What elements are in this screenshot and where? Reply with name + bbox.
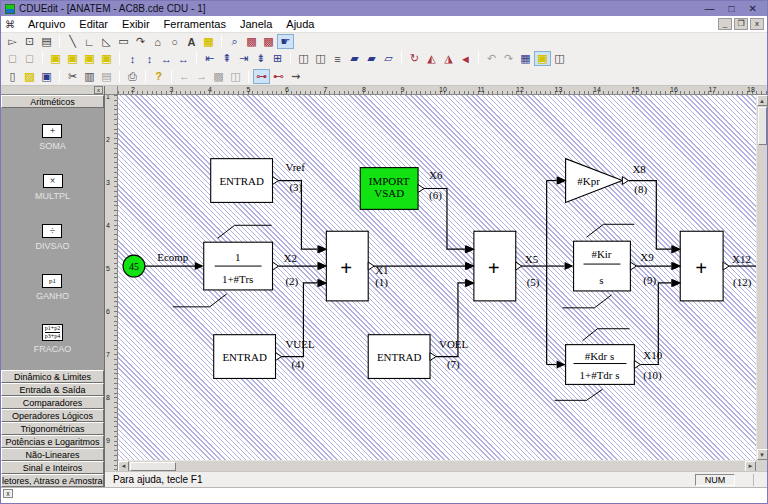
copy-icon[interactable]: ▥: [81, 69, 98, 84]
category-potencias-logaritmos[interactable]: Potências e Logaritmos: [1, 435, 104, 448]
align-disabled-icon-2[interactable]: ◻: [21, 51, 38, 66]
paste-icon[interactable]: ▤: [98, 69, 115, 84]
mdi-minimize-button[interactable]: _: [718, 18, 732, 30]
layer-flat-icon[interactable]: ▱: [380, 51, 397, 66]
menu-exibir[interactable]: Exibir: [115, 17, 157, 31]
center-horizontal-icon[interactable]: ↔: [158, 51, 175, 66]
arc-tool-icon[interactable]: ↷: [132, 34, 149, 49]
ellipse-tool-icon[interactable]: ○: [166, 34, 183, 49]
category-comparadores[interactable]: Comparadores: [1, 396, 104, 409]
import-vsad-block[interactable]: IMPORT VSAD: [360, 168, 424, 210]
scroll-down-icon[interactable]: ▼: [757, 449, 768, 460]
text-tool-icon[interactable]: A: [183, 34, 200, 49]
line-tool-icon[interactable]: ╲: [64, 34, 81, 49]
space-across-icon[interactable]: ↕: [124, 51, 141, 66]
menu-ferramentas[interactable]: Ferramentas: [157, 17, 233, 31]
palette-close-icon[interactable]: x: [94, 86, 103, 94]
cut-icon[interactable]: ✂: [64, 69, 81, 84]
vertical-scrollbar[interactable]: ▲ ▼: [756, 95, 767, 460]
dock-close-icon[interactable]: x: [3, 489, 13, 498]
horizontal-scrollbar[interactable]: ◄ ►: [118, 460, 756, 471]
diagram-canvas[interactable]: 45 Ecomp 1 1+#Trs X2: [118, 95, 756, 460]
menu-janela[interactable]: Janela: [233, 17, 279, 31]
disconnect-blocks-icon[interactable]: ⊷: [270, 69, 287, 84]
category-entrada-saida[interactable]: Entrada & Saída: [1, 383, 104, 396]
back-icon[interactable]: ←: [176, 69, 193, 84]
flip-horizontal-icon[interactable]: ◭: [423, 51, 440, 66]
gain-kpr-block[interactable]: #Kpr: [566, 159, 629, 203]
category-aritmeticos[interactable]: Aritméticos: [1, 95, 104, 108]
flip-vertical-icon[interactable]: ◮: [440, 51, 457, 66]
category-trigonometricas[interactable]: Trigonométricas: [1, 422, 104, 435]
send-back-icon[interactable]: ▣: [64, 51, 81, 66]
zoom-selection-icon[interactable]: ▩: [243, 34, 260, 49]
menu-arquivo[interactable]: Arquivo: [21, 17, 72, 31]
vertical-scroll-thumb[interactable]: [758, 107, 767, 145]
bring-forward-icon[interactable]: ▣: [81, 51, 98, 66]
rectangle-tool-icon[interactable]: ▭: [115, 34, 132, 49]
scroll-right-icon[interactable]: ►: [745, 461, 756, 472]
forward-icon[interactable]: →: [193, 69, 210, 84]
category-operadores-logicos[interactable]: Operadores Lógicos: [1, 409, 104, 422]
align-disabled-icon-1[interactable]: ◻: [4, 51, 21, 66]
entrad-vuel-block[interactable]: ENTRAD: [214, 335, 282, 379]
print-icon[interactable]: ⎙: [124, 69, 141, 84]
derivative-kdr-block[interactable]: #Kdr s 1+#Tdr s: [555, 329, 641, 401]
help-key-icon[interactable]: ?: [150, 69, 167, 84]
space-down-icon[interactable]: ↕: [141, 51, 158, 66]
zoom-tool-icon[interactable]: ⌕: [226, 34, 243, 49]
same-size-icon[interactable]: ≡: [329, 51, 346, 66]
menu-ajuda[interactable]: Ajuda: [279, 17, 321, 31]
horizontal-scroll-thumb[interactable]: [130, 462, 176, 471]
palette-item-soma[interactable]: + SOMA: [39, 124, 66, 151]
bring-front-icon[interactable]: ▣: [47, 51, 64, 66]
new-file-icon[interactable]: ▯: [4, 69, 21, 84]
image-tool-icon[interactable]: ▦: [200, 34, 217, 49]
palette-item-ganho[interactable]: p1 GANHO: [36, 274, 69, 301]
pan-tool-icon[interactable]: ☛: [277, 34, 294, 49]
sum3-block[interactable]: +: [680, 231, 729, 301]
rotate-icon[interactable]: ↻: [406, 51, 423, 66]
palette-item-fracao[interactable]: p1+p2 p3+p4 FRACAO: [34, 324, 72, 354]
entrad-vref-block[interactable]: ENTRAD: [211, 159, 279, 203]
scroll-up-icon[interactable]: ▲: [757, 95, 768, 106]
grid-toggle-icon[interactable]: ▦: [517, 51, 534, 66]
resize-grip[interactable]: [753, 474, 763, 486]
triangle-tool-icon[interactable]: ◺: [98, 34, 115, 49]
same-width-icon[interactable]: ◫: [295, 51, 312, 66]
close-button[interactable]: ✕: [749, 1, 757, 16]
input-node-45[interactable]: 45: [123, 255, 145, 277]
copy-format-icon[interactable]: ◫: [551, 51, 568, 66]
edit-connection-icon[interactable]: ⇝: [287, 69, 304, 84]
scroll-left-icon[interactable]: ◄: [118, 461, 129, 472]
block-properties-icon[interactable]: ▤: [38, 34, 55, 49]
align-top-icon[interactable]: ⇞: [218, 51, 235, 66]
align-right-icon[interactable]: ⇥: [235, 51, 252, 66]
center-vertical-icon[interactable]: ↔: [175, 51, 192, 66]
palette-item-multpl[interactable]: × MULTPL: [35, 174, 70, 201]
window-view-a-icon[interactable]: ▩: [210, 69, 227, 84]
layer-down-icon[interactable]: ▰: [363, 51, 380, 66]
maximize-button[interactable]: □: [729, 1, 735, 16]
align-bottom-icon[interactable]: ⇟: [252, 51, 269, 66]
window-view-b-icon[interactable]: ◫: [227, 69, 244, 84]
redo-icon[interactable]: ↷: [500, 51, 517, 66]
mdi-close-button[interactable]: x: [750, 18, 764, 30]
minimize-button[interactable]: —: [705, 1, 715, 16]
align-left-icon[interactable]: ⇤: [201, 51, 218, 66]
entrad-voel-block[interactable]: ENTRAD: [368, 335, 436, 379]
category-sinal-inteiros[interactable]: Sinal e Inteiros: [1, 461, 104, 474]
polygon-tool-icon[interactable]: ⌂: [149, 34, 166, 49]
same-height-icon[interactable]: ◫: [312, 51, 329, 66]
palette-grip[interactable]: x: [1, 86, 104, 95]
open-file-icon[interactable]: ▨: [21, 69, 38, 84]
category-dinamico-limites[interactable]: Dinâmico & Limites: [1, 370, 104, 383]
connect-blocks-icon[interactable]: ⊶: [253, 69, 270, 84]
category-seletores-atraso[interactable]: letores, Atraso e Amostrage: [1, 474, 104, 487]
select-tool-icon[interactable]: ▻: [4, 34, 21, 49]
sum1-block[interactable]: +: [326, 231, 374, 301]
undo-icon[interactable]: ↶: [483, 51, 500, 66]
zoom-all-icon[interactable]: ▩: [260, 34, 277, 49]
mdi-restore-button[interactable]: ❐: [734, 18, 748, 30]
palette-item-divsao[interactable]: ÷ DIVSAO: [35, 224, 69, 251]
